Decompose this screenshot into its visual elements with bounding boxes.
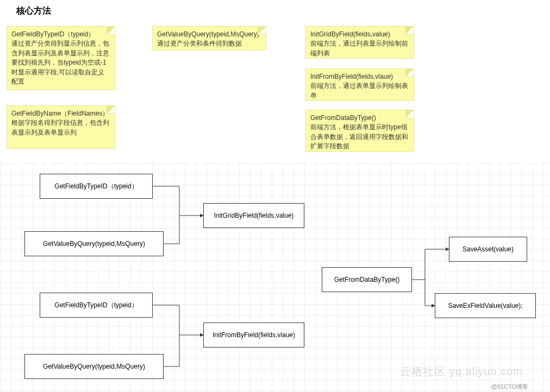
note-getvaluebyquery: GetValueByQuery(typeid,MsQuery) 通过资产分类和条… (152, 26, 266, 50)
box-getvaluebyquery-1: GetValueByQuery(typeid,MsQuery) (24, 231, 164, 256)
note-desc: 前端方法，根据表单显示时type组合表单数据，返回通用字段数据和扩展字段数据 (310, 123, 408, 150)
note-desc: 根据字段名得到字段信息，包含列表显示列及表单显示列 (11, 119, 109, 136)
note-desc: 前端方法，通过表单显示列绘制表单 (310, 82, 408, 99)
box-initfrombyfield: InitFromByField(fields,vlaue) (203, 323, 304, 347)
note-initgridbyfield: InitGridByField(fields,value) 前端方法，通过列表显… (305, 26, 414, 59)
box-saveasset: SaveAsset(value) (449, 237, 527, 262)
note-initfrombyfield: InitFromByField(fields,vlaue) 前端方法，通过表单显… (305, 68, 414, 101)
box-getfieldbytypeid-2: GetFieldByTypeID（typeid） (40, 293, 153, 318)
note-desc: 通过资产分类和条件得到数据 (157, 40, 242, 47)
note-title: InitFromByField(fields,vlaue) (310, 73, 393, 80)
note-title: GetFieldByName（FieldNames） (11, 110, 109, 117)
note-title: GetFieldByTypeID（typeid） (11, 30, 95, 38)
note-desc: 前端方法，通过列表显示列绘制前端列表 (310, 40, 408, 56)
box-getvaluebyquery-2: GetValueByQuery(typeid,MsQuery) (24, 354, 164, 379)
box-initgridbyfield: InitGridByField(fields,value) (203, 203, 304, 228)
note-title: GetFromDataByType() (310, 114, 376, 122)
note-title: InitGridByField(fields,value) (310, 30, 390, 38)
page-title: 核心方法 (16, 5, 51, 17)
note-desc: 通过资产分类得到显示列信息，包含列表显示列及表单显示列，注意要找到祖先列，当ty… (11, 40, 109, 85)
box-getfieldbytypeid-1: GetFieldByTypeID（typeid） (40, 174, 153, 199)
watermark-aliyun: 云栖社区 yq.aliyun.com (400, 364, 523, 379)
note-getfieldbyname: GetFieldByName（FieldNames） 根据字段名得到字段信息，包… (7, 105, 115, 149)
box-getfromdatabytype: GetFromDataByType() (322, 267, 412, 292)
note-getfromdatabytype: GetFromDataByType() 前端方法，根据表单显示时type组合表单… (305, 110, 414, 152)
box-saveexfieldvalue: SaveExFieldValue(value); (435, 293, 536, 318)
note-title: GetValueByQuery(typeid,MsQuery) (157, 30, 259, 38)
watermark-51cto: @51CTO博客 (491, 383, 528, 391)
note-getfieldbytypeid: GetFieldByTypeID（typeid） 通过资产分类得到显示列信息，包… (7, 26, 115, 90)
